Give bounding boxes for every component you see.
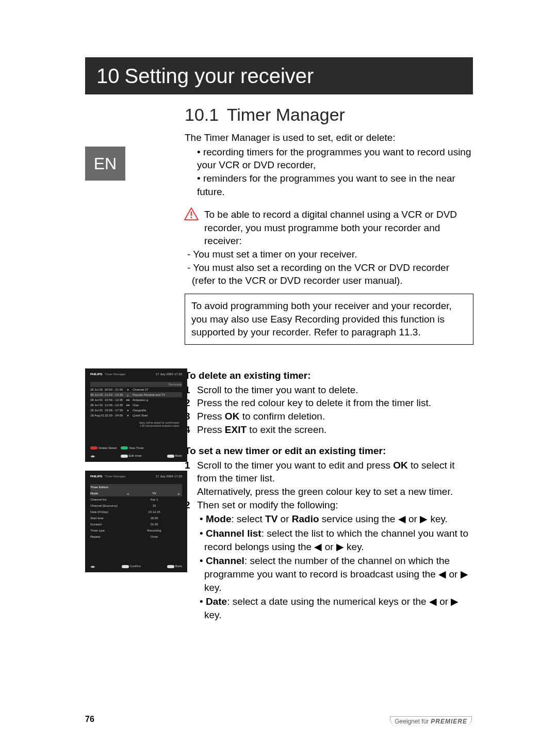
language-tab: EN [85,147,125,181]
procedures-block: To delete an existing timer: 1Scroll to … [185,369,473,623]
step: 1 Scroll to the timer you want to edit a… [185,459,473,498]
step: 1Scroll to the timer you want to delete. [185,383,473,397]
chapter-number: 10 [96,65,120,88]
substep: • Mode: select TV or Radio service using… [197,512,473,526]
intro-block: The Timer Manager is used to set, edit o… [185,131,473,198]
screenshot-timer-manager: PHILIPS Timer Manager 17 July 200X 17:25… [85,368,187,462]
section-title: Timer Manager [227,105,345,124]
intro-lead: The Timer Manager is used to set, edit o… [185,131,473,144]
step: 2 Then set or modify the following: • Mo… [185,498,473,623]
chapter-title: Setting your receiver [125,65,314,88]
section-number: 10.1 [185,105,219,124]
warning-item: - You must also set a recording on the V… [185,261,473,287]
note-box: To avoid programming both your receiver … [185,294,473,345]
warning-block: To be able to record a digital channel u… [185,208,473,287]
set-heading: To set a new timer or edit an existing t… [185,444,473,458]
page-number: 76 [85,715,94,724]
warning-item: - You must set a timer on your receiver. [185,248,473,261]
screenshot-timer-edition: PHILIPS Timer Manager 17 July 200X 17:25… [85,471,187,572]
intro-item: recording timers for the programmes you … [197,146,473,172]
step: 4Press EXIT to exit the screen. [185,423,473,437]
premiere-badge: Geeignet für PREMIERE [390,716,472,726]
section-heading: 10.1 Timer Manager [185,105,345,125]
warning-icon [184,207,199,221]
intro-item: reminders for the programmes you want to… [197,172,473,198]
chapter-heading: 10 Setting your receiver [85,57,473,94]
step: 2Press the red colour key to delete it f… [185,396,473,410]
svg-rect-0 [191,212,192,216]
svg-rect-1 [191,217,192,218]
warning-lead: To be able to record a digital channel u… [204,208,473,248]
substep: • Date: select a date using the numerica… [197,595,473,621]
substep: • Channel: select the number of the chan… [197,554,473,594]
step: 3Press OK to confirm deletion. [185,410,473,423]
substep: • Channel list: select the list to which… [197,527,473,553]
delete-heading: To delete an existing timer: [185,369,473,382]
